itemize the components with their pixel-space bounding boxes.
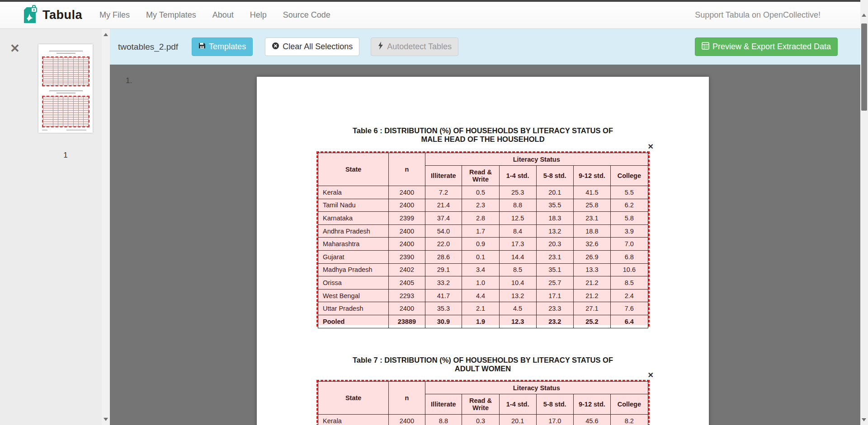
table-cell: 20.1 xyxy=(499,415,536,425)
extracted-table: StatenLiteracy StatusIlliterateRead &Wri… xyxy=(318,153,648,328)
table-cell: 25.8 xyxy=(573,199,610,212)
table-cell: 20.3 xyxy=(536,238,573,251)
scroll-up-icon[interactable] xyxy=(104,33,108,36)
table-cell: 26.9 xyxy=(573,250,610,263)
col-header-state: State xyxy=(318,153,389,186)
table-cell: 2400 xyxy=(389,415,425,425)
table-row: Kerala24007.20.525.320.141.55.5 xyxy=(318,186,648,199)
thumb-selection-1 xyxy=(42,56,90,86)
table-cell: 41.7 xyxy=(425,289,462,302)
open-filename: twotables_2.pdf xyxy=(118,42,178,52)
col-header: 1-4 std. xyxy=(499,394,536,415)
table-cell: 13.2 xyxy=(499,289,536,302)
sidebar-scrollbar[interactable] xyxy=(102,29,110,425)
table-cell: 0.3 xyxy=(462,415,499,425)
support-opencollective-link[interactable]: Support Tabula on OpenCollective! xyxy=(695,10,821,20)
col-header: 9-12 std. xyxy=(573,166,610,186)
thumb-title-line xyxy=(57,53,75,54)
table-cell: 2399 xyxy=(389,212,425,225)
table-cell: 5.5 xyxy=(610,186,648,199)
table-cell: 28.6 xyxy=(425,250,462,263)
window-top-edge xyxy=(0,0,868,2)
scroll-down-icon[interactable] xyxy=(104,418,108,421)
remove-selection-icon[interactable]: ✕ xyxy=(648,143,654,150)
thumb-title-line xyxy=(49,90,83,91)
cell-state: Maharashtra xyxy=(318,238,389,251)
scrollbar-thumb[interactable] xyxy=(861,23,867,111)
window-scrollbar[interactable] xyxy=(860,0,868,425)
templates-button[interactable]: Templates xyxy=(192,37,253,56)
table-cell: 5.8 xyxy=(610,212,648,225)
table7-title-line2: ADULT WOMEN xyxy=(257,364,709,373)
nav-item-my-templates[interactable]: My Templates xyxy=(146,10,196,20)
toolbar: twotables_2.pdf Templates Clear All Sele… xyxy=(110,29,860,65)
table6-title-line1: Table 6 : DISTRIBUTION (%) OF HOUSEHOLDS… xyxy=(257,126,709,135)
table-cell: 2400 xyxy=(389,186,425,199)
cell-state: Gujarat xyxy=(318,250,389,263)
nav-item-my-files[interactable]: My Files xyxy=(99,10,130,20)
table-cell: 20.1 xyxy=(536,186,573,199)
navbar: Tabula My Files My Templates About Help … xyxy=(0,2,868,29)
table-cell: 35.3 xyxy=(425,302,462,315)
table-cell: 23.3 xyxy=(536,302,573,315)
cell-state: Uttar Pradesh xyxy=(318,302,389,315)
page-thumbnail-sidebar: ✕ 1 xyxy=(0,29,102,425)
table-cell: 2.1 xyxy=(462,302,499,315)
table-cell: 0.9 xyxy=(462,238,499,251)
table-row: Gujarat239028.60.114.423.126.96.8 xyxy=(318,250,648,263)
brand[interactable]: Tabula xyxy=(20,5,82,26)
col-header: College xyxy=(610,166,648,186)
table-cell: 2.8 xyxy=(462,212,499,225)
table-cell: 2405 xyxy=(389,276,425,290)
table-cell: 8.8 xyxy=(425,415,462,425)
scroll-up-icon[interactable] xyxy=(862,14,866,17)
col-header: College xyxy=(610,394,648,415)
templates-button-label: Templates xyxy=(209,42,246,51)
circle-x-icon xyxy=(272,42,279,52)
table-cell: 30.9 xyxy=(425,315,462,328)
table-cell: 25.3 xyxy=(499,186,536,199)
close-document-icon[interactable]: ✕ xyxy=(10,42,20,54)
table-cell: 25.7 xyxy=(536,276,573,290)
table-cell: 29.1 xyxy=(425,263,462,276)
table-cell: 12.3 xyxy=(499,315,536,328)
nav-item-source-code[interactable]: Source Code xyxy=(283,10,330,20)
autodetect-tables-button[interactable]: Autodetect Tables xyxy=(371,37,458,56)
page-thumbnail[interactable] xyxy=(38,44,93,133)
scroll-down-icon[interactable] xyxy=(862,418,866,421)
table-list-icon xyxy=(702,42,709,52)
extracted-table: StatenLiteracy StatusIlliterateRead &Wri… xyxy=(318,381,648,425)
table-cell: 12.5 xyxy=(499,212,536,225)
table-cell: 18.3 xyxy=(536,212,573,225)
cell-state: Pooled xyxy=(318,315,389,328)
table-cell: 13.2 xyxy=(536,224,573,238)
cell-state: Karnataka xyxy=(318,212,389,225)
table-cell: 23.2 xyxy=(536,315,573,328)
table-cell: 13.3 xyxy=(573,263,610,276)
table-cell: 2390 xyxy=(389,250,425,263)
cell-state: Orissa xyxy=(318,276,389,290)
col-header: 1-4 std. xyxy=(499,166,536,186)
table-row: Maharashtra240022.00.917.320.332.67.0 xyxy=(318,238,648,251)
table-row: West Bengal229341.74.413.217.121.22.4 xyxy=(318,289,648,302)
clear-all-selections-button[interactable]: Clear All Selections xyxy=(265,37,359,56)
table-cell: 0.1 xyxy=(462,250,499,263)
table-cell: 32.6 xyxy=(573,238,610,251)
table-cell: 1.0 xyxy=(462,276,499,290)
nav-item-help[interactable]: Help xyxy=(250,10,267,20)
table-cell: 2400 xyxy=(389,238,425,251)
table-cell: 10.6 xyxy=(610,263,648,276)
table7-selection[interactable]: ✕ StatenLiteracy StatusIlliterateRead &W… xyxy=(316,380,650,425)
nav-item-about[interactable]: About xyxy=(212,10,234,20)
col-header-n: n xyxy=(389,382,425,415)
clear-all-selections-label: Clear All Selections xyxy=(283,42,353,51)
pdf-document-lock-icon xyxy=(20,5,38,26)
remove-selection-icon[interactable]: ✕ xyxy=(648,372,654,379)
document-view-area[interactable]: 1. Table 6 : DISTRIBUTION (%) OF HOUSEHO… xyxy=(110,65,860,425)
table6-selection[interactable]: ✕ StatenLiteracy StatusIlliterateRead &W… xyxy=(316,151,650,327)
pdf-page[interactable]: Table 6 : DISTRIBUTION (%) OF HOUSEHOLDS… xyxy=(257,77,709,425)
thumb-title-line xyxy=(49,51,83,51)
preview-export-button[interactable]: Preview & Export Extracted Data xyxy=(695,37,838,56)
table-cell: 2402 xyxy=(389,263,425,276)
table-cell: 0.5 xyxy=(462,186,499,199)
